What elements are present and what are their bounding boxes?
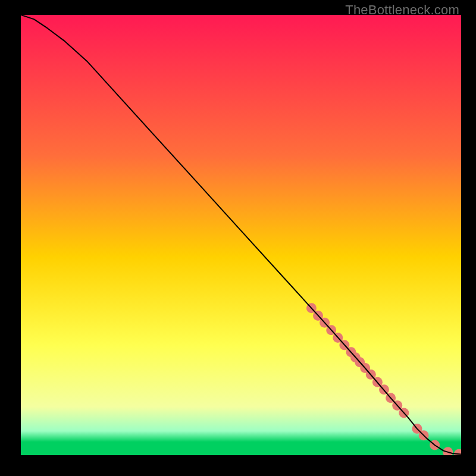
chart-stage: TheBottleneck.com (0, 0, 476, 476)
main-curve (21, 15, 461, 455)
plot-area (21, 15, 461, 455)
watermark-label: TheBottleneck.com (345, 2, 459, 18)
sample-dots (306, 303, 461, 455)
curve-layer (21, 15, 461, 455)
